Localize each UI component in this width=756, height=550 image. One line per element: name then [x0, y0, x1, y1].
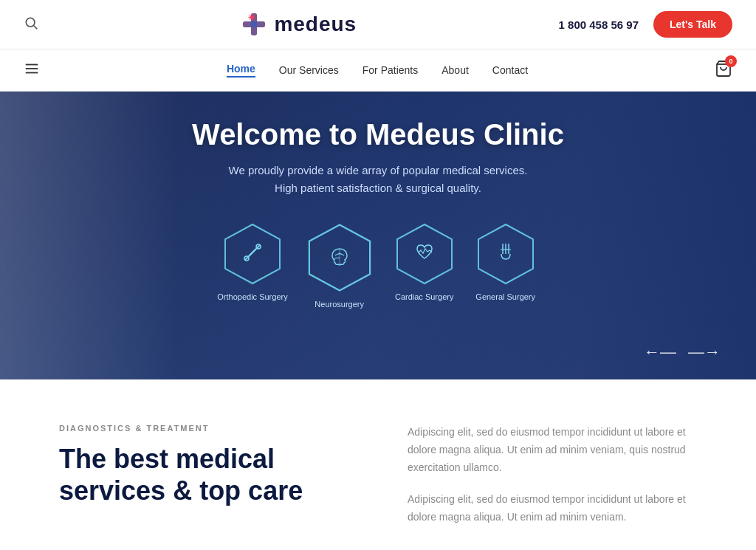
service-label-general: General Surgery — [475, 292, 535, 302]
neurosurgery-icon — [326, 243, 353, 272]
top-bar-left — [24, 16, 38, 33]
next-arrow[interactable]: ―→ — [688, 343, 721, 362]
general-icon — [492, 239, 519, 269]
nav-item-for-patients[interactable]: For Patients — [362, 64, 418, 76]
content-right: Adipiscing elit, sed do eiusmod tempor i… — [408, 424, 697, 526]
nav-item-contact[interactable]: Contact — [492, 64, 528, 76]
service-cardiac[interactable]: Cardiac Surgery — [391, 221, 458, 309]
hero-content: Welcome to Medeus Clinic We proudly prov… — [192, 118, 564, 309]
service-label-orthopedic: Orthopedic Surgery — [217, 292, 287, 302]
svg-point-0 — [26, 18, 35, 27]
content-section: Diagnostics & Treatment The best medical… — [0, 379, 756, 550]
hex-shape-general — [472, 221, 539, 287]
cardiac-icon — [411, 239, 438, 269]
cart-badge: 0 — [725, 55, 737, 67]
svg-line-16 — [250, 252, 252, 255]
svg-line-1 — [34, 26, 38, 30]
hamburger-menu[interactable] — [24, 61, 40, 80]
svg-marker-6 — [248, 13, 257, 22]
content-left: Diagnostics & Treatment The best medical… — [59, 424, 348, 526]
search-icon[interactable] — [24, 16, 38, 33]
content-para-1: Adipiscing elit, sed do eiusmod tempor i… — [408, 424, 697, 476]
nav-item-our-services[interactable]: Our Services — [279, 64, 339, 76]
orthopedic-icon — [239, 239, 266, 269]
service-orthopedic[interactable]: Orthopedic Surgery — [217, 221, 287, 309]
hero-section: Welcome to Medeus Clinic We proudly prov… — [0, 92, 756, 379]
nav-item-home[interactable]: Home — [227, 63, 255, 78]
prev-arrow[interactable]: ←― — [644, 343, 676, 362]
top-bar: medeus 1 800 458 56 97 Let's Talk — [0, 0, 756, 49]
services-hex-row: Orthopedic Surgery — [192, 221, 564, 309]
hero-subtitle: We proudly provide a wide array of popul… — [192, 162, 564, 197]
service-label-neurosurgery: Neurosurgery — [315, 299, 364, 309]
svg-line-15 — [252, 250, 255, 252]
service-label-cardiac: Cardiac Surgery — [395, 292, 453, 302]
nav-links: Home Our Services For Patients About Con… — [227, 63, 528, 78]
logo-icon — [240, 10, 268, 38]
hex-shape-orthopedic — [219, 221, 286, 287]
navbar: Home Our Services For Patients About Con… — [0, 49, 756, 92]
top-bar-right: 1 800 458 56 97 Let's Talk — [559, 11, 732, 38]
service-neurosurgery[interactable]: Neurosurgery — [303, 221, 377, 309]
phone-number: 1 800 458 56 97 — [559, 18, 639, 31]
content-para-2: Adipiscing elit, sed do eiusmod tempor i… — [408, 491, 697, 526]
hero-arrows: ←― ―→ — [644, 343, 721, 362]
hex-shape-cardiac — [391, 221, 458, 287]
section-tag: Diagnostics & Treatment — [59, 424, 348, 433]
logo-text: medeus — [274, 13, 357, 36]
hero-title: Welcome to Medeus Clinic — [192, 118, 564, 151]
lets-talk-button[interactable]: Let's Talk — [653, 11, 732, 38]
service-general[interactable]: General Surgery — [472, 221, 539, 309]
svg-rect-5 — [243, 21, 265, 27]
hex-shape-neurosurgery — [303, 221, 377, 295]
section-title: The best medical services & top care — [59, 443, 348, 506]
logo[interactable]: medeus — [240, 10, 357, 38]
cart-icon[interactable]: 0 — [715, 60, 732, 80]
nav-item-about[interactable]: About — [441, 64, 469, 76]
